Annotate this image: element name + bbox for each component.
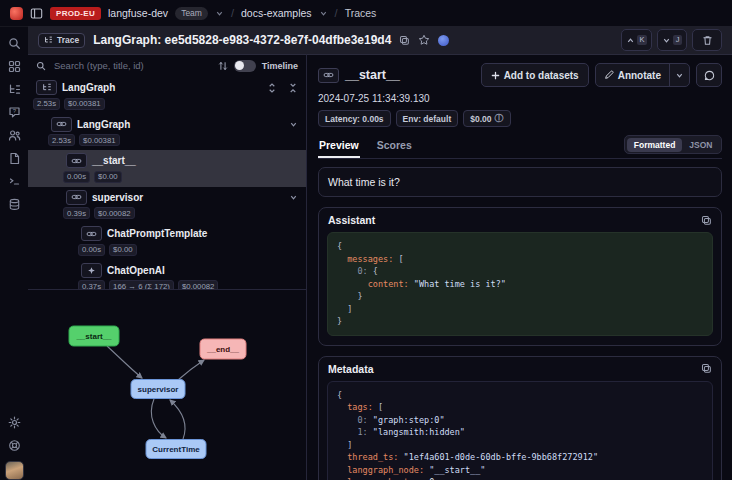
tree-item-label: LangGraph	[62, 82, 115, 93]
previous-trace-button[interactable]: K	[621, 29, 652, 51]
trace-tree: LangGraph2.53s$0.00381LangGraph2.53s$0.0…	[28, 77, 306, 289]
chevron-down-icon[interactable]	[289, 120, 298, 129]
tree-item-langgraph[interactable]: LangGraph2.53s$0.00381	[28, 77, 306, 114]
graph-node-currenttime[interactable]: CurrentTime	[146, 440, 206, 459]
observation-title: __start__	[345, 68, 400, 82]
top-navigation: PROD-EU langfuse-dev Team / docs-example…	[0, 0, 732, 27]
tracing-icon[interactable]	[7, 82, 22, 97]
chevron-down-icon[interactable]	[215, 9, 224, 18]
datasets-icon[interactable]	[7, 197, 22, 212]
users-icon[interactable]	[7, 128, 22, 143]
langfuse-logo-icon[interactable]	[10, 7, 23, 20]
trace-header-bar: Trace LangGraph: ee5d5828-e983-4372-8e7f…	[28, 26, 732, 55]
format-option-formatted[interactable]: Formatted	[627, 138, 683, 152]
sort-icon[interactable]	[218, 61, 228, 71]
annotate-dropdown-chevron[interactable]	[669, 64, 689, 86]
assistant-code: { messages: [ 0: { content: "What time i…	[327, 232, 713, 336]
tab-preview[interactable]: Preview	[318, 135, 360, 158]
graph-edge-start-supervisor	[107, 346, 142, 378]
kbd-shortcut: K	[637, 35, 647, 45]
timeline-toggle-label: Timeline	[262, 61, 298, 71]
agent-graph-panel: __start____end__supervisorCurrentTime	[28, 289, 307, 480]
metric-chip: $0.00	[94, 171, 122, 183]
trace-type-badge: Trace	[38, 33, 85, 48]
prompts-icon[interactable]: ?	[7, 105, 22, 120]
agent-graph: __start____end__supervisorCurrentTime	[28, 290, 306, 480]
info-icon: ⓘ	[495, 112, 504, 125]
collapse-all-icon[interactable]	[288, 83, 298, 93]
generation-icon	[81, 263, 102, 278]
active-user-indicator[interactable]	[438, 35, 449, 46]
metric-chip: 2.53s	[33, 98, 60, 110]
tree-item-chatprompttemplate[interactable]: ChatPromptTemplate0.00s$0.00	[28, 223, 306, 260]
svg-text:__end__: __end__	[206, 345, 240, 354]
settings-gear-icon[interactable]	[7, 415, 22, 430]
detail-header: __start__ Add to datasets Annotate	[318, 63, 722, 87]
observation-detail-panel: __start__ Add to datasets Annotate 2024-…	[306, 54, 732, 480]
observation-badges: Latency: 0.00s Env: default $0.00ⓘ	[318, 110, 722, 127]
metric-chip: 0.00s	[78, 244, 105, 256]
kbd-shortcut: J	[673, 35, 682, 45]
comments-button[interactable]	[696, 63, 722, 87]
tree-search-input[interactable]	[52, 59, 212, 72]
svg-text:supervisor: supervisor	[138, 385, 179, 394]
graph-node-supervisor[interactable]: supervisor	[131, 380, 185, 399]
copy-id-icon[interactable]	[399, 35, 410, 46]
metadata-card-title: Metadata	[328, 363, 374, 375]
assistant-card: Assistant { messages: [ 0: { content: "W…	[318, 207, 722, 346]
search-icon[interactable]	[7, 36, 22, 51]
bookmark-star-icon[interactable]	[418, 34, 430, 46]
format-toggle: Formatted JSON	[624, 135, 722, 154]
tree-item-supervisor[interactable]: supervisor0.39s$0.00082	[28, 187, 306, 224]
breadcrumb-project[interactable]: docs-examples	[241, 7, 312, 19]
add-to-datasets-button[interactable]: Add to datasets	[481, 63, 589, 87]
search-icon	[36, 61, 46, 71]
svg-text:?: ?	[12, 108, 16, 114]
chain-icon	[51, 117, 72, 132]
chevron-down-icon[interactable]	[319, 9, 328, 18]
cost-badge[interactable]: $0.00ⓘ	[463, 110, 510, 127]
tab-scores[interactable]: Scores	[376, 135, 413, 158]
annotate-button[interactable]: Annotate	[596, 64, 669, 86]
breadcrumb-org[interactable]: langfuse-dev	[108, 7, 168, 19]
chain-icon	[318, 68, 339, 83]
breadcrumb-page[interactable]: Traces	[345, 7, 377, 19]
metadata-code: { tags: [ 0: "graph:step:0" 1: "langsmit…	[327, 381, 713, 480]
tree-item-chatopenai[interactable]: ChatOpenAI0.37s166 → 6 (Σ 172)$0.00082	[28, 260, 306, 290]
copy-icon[interactable]	[701, 363, 712, 374]
docs-icon[interactable]	[7, 151, 22, 166]
tree-item-metrics: 2.53s$0.00381	[28, 98, 298, 110]
expand-all-icon[interactable]	[267, 83, 277, 93]
tree-item-metrics: 0.39s$0.00082	[28, 207, 298, 219]
trace-nav-controls: K J	[621, 29, 722, 51]
chevron-down-icon[interactable]	[289, 193, 298, 202]
toggle-knob	[235, 61, 244, 70]
trace-title: LangGraph: ee5d5828-e983-4372-8e7f-04dfb…	[93, 33, 391, 47]
next-trace-button[interactable]: J	[657, 29, 687, 51]
copy-icon[interactable]	[701, 215, 712, 226]
tree-item-langgraph[interactable]: LangGraph2.53s$0.00381	[28, 114, 306, 151]
breadcrumb-separator: /	[335, 7, 338, 19]
playground-icon[interactable]	[7, 174, 22, 189]
tree-item-label: ChatOpenAI	[107, 265, 165, 276]
dashboard-icon[interactable]	[7, 59, 22, 74]
timeline-toggle[interactable]	[234, 60, 256, 72]
graph-node-end[interactable]: __end__	[200, 339, 246, 359]
tree-item-metrics: 0.37s166 → 6 (Σ 172)$0.00082	[28, 280, 298, 289]
format-option-json[interactable]: JSON	[682, 138, 719, 152]
annotate-split-button: Annotate	[595, 63, 690, 87]
environment-badge: PROD-EU	[50, 7, 101, 20]
tree-item-label: __start__	[92, 155, 136, 166]
tree-item-label: LangGraph	[77, 119, 130, 130]
graph-edge-supervisor-currenttime	[151, 399, 166, 438]
svg-text:CurrentTime: CurrentTime	[152, 445, 200, 454]
sidebar-toggle-icon[interactable]	[30, 7, 43, 20]
tree-item-start[interactable]: __start__0.00s$0.00	[28, 150, 306, 187]
user-avatar[interactable]	[5, 461, 24, 480]
tree-item-label: supervisor	[92, 192, 143, 203]
metric-chip: 0.00s	[63, 171, 90, 183]
support-icon[interactable]	[7, 438, 22, 453]
metric-chip: 0.39s	[63, 207, 90, 219]
delete-trace-button[interactable]	[692, 29, 722, 51]
graph-node-start[interactable]: __start__	[69, 326, 119, 346]
